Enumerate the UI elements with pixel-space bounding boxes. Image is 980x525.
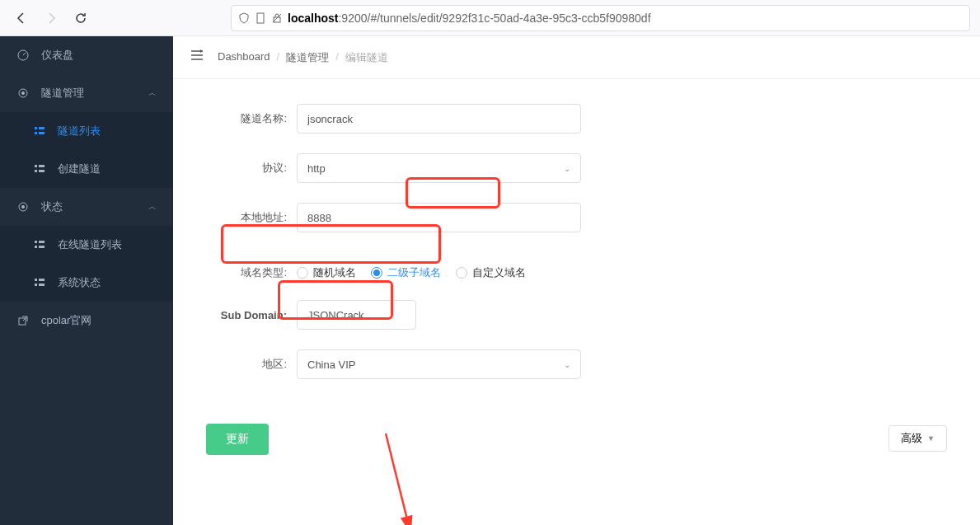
sidebar-item-label: cpolar官网: [41, 313, 91, 328]
tunnel-name-label: 隧道名称:: [190, 111, 297, 126]
region-select[interactable]: China VIP ⌄: [297, 349, 581, 379]
breadcrumb-sep: /: [335, 50, 339, 65]
list-icon: [33, 163, 46, 175]
sidebar: 仪表盘 隧道管理 ︿ 隧道列表 创建隧道 状态 ︿: [0, 36, 173, 525]
advanced-button[interactable]: 高级 ▼: [889, 425, 947, 452]
list-icon: [33, 239, 46, 251]
svg-point-15: [21, 205, 25, 209]
tunnel-name-input[interactable]: [297, 104, 581, 134]
breadcrumb-sep: /: [277, 50, 280, 65]
sidebar-item-label: 在线隧道列表: [58, 237, 122, 252]
svg-rect-6: [35, 127, 37, 129]
subdomain-input[interactable]: [297, 300, 416, 330]
forward-button[interactable]: [40, 7, 63, 30]
sidebar-item-label: 状态: [41, 199, 63, 214]
svg-rect-9: [39, 132, 45, 134]
sidebar-item-dashboard[interactable]: 仪表盘: [0, 36, 173, 74]
menu-toggle-icon[interactable]: [190, 48, 204, 67]
radio-label: 自定义域名: [472, 265, 526, 280]
breadcrumb: Dashboard / 隧道管理 / 编辑隧道: [218, 50, 388, 65]
protocol-select[interactable]: http ⌄: [297, 153, 581, 183]
svg-rect-11: [39, 165, 45, 167]
svg-point-5: [21, 91, 25, 95]
sidebar-item-label: 隧道管理: [41, 86, 84, 101]
url-bar[interactable]: localhost:9200/#/tunnels/edit/9292f31c-5…: [231, 5, 970, 31]
svg-rect-18: [35, 246, 37, 248]
domain-type-label: 域名类型:: [190, 265, 297, 280]
sidebar-item-status[interactable]: 状态 ︿: [0, 188, 173, 226]
back-button[interactable]: [10, 7, 33, 30]
advanced-label: 高级: [901, 431, 922, 446]
radio-random-domain[interactable]: 随机域名: [297, 265, 356, 280]
annotation-arrow: [377, 425, 427, 525]
svg-line-28: [386, 434, 410, 525]
radio-custom-domain[interactable]: 自定义域名: [456, 265, 526, 280]
tunnel-icon: [16, 87, 30, 99]
svg-rect-13: [39, 170, 45, 172]
svg-rect-7: [39, 127, 45, 129]
subdomain-label: Sub Domain:: [190, 309, 297, 321]
chevron-down-icon: ⌄: [564, 360, 570, 369]
svg-rect-17: [39, 241, 45, 243]
breadcrumb-item[interactable]: Dashboard: [218, 50, 270, 65]
list-icon: [33, 277, 46, 288]
radio-subdomain[interactable]: 二级子域名: [371, 265, 441, 280]
url-text: localhost:9200/#/tunnels/edit/9292f31c-5…: [288, 12, 651, 25]
protocol-label: 协议:: [190, 161, 297, 176]
svg-rect-10: [35, 165, 37, 167]
lock-icon: [271, 12, 283, 24]
sidebar-item-create-tunnel[interactable]: 创建隧道: [0, 150, 173, 188]
topbar: Dashboard / 隧道管理 / 编辑隧道: [173, 36, 980, 79]
local-addr-label: 本地地址:: [190, 210, 297, 225]
list-icon: [33, 125, 46, 137]
radio-label: 随机域名: [313, 265, 356, 280]
svg-rect-22: [35, 284, 37, 286]
chevron-down-icon: ⌄: [564, 164, 570, 173]
radio-label: 二级子域名: [387, 265, 441, 280]
svg-rect-16: [35, 241, 37, 243]
breadcrumb-item: 编辑隧道: [345, 50, 388, 65]
sidebar-item-label: 隧道列表: [58, 124, 101, 138]
svg-rect-19: [39, 246, 45, 248]
file-icon: [255, 12, 266, 24]
external-link-icon: [16, 315, 30, 326]
chevron-up-icon: ︿: [148, 201, 157, 213]
sidebar-item-cpolar-site[interactable]: cpolar官网: [0, 302, 173, 340]
region-label: 地区:: [190, 357, 297, 372]
status-icon: [16, 201, 30, 213]
dashboard-icon: [16, 49, 30, 61]
sidebar-item-system-status[interactable]: 系统状态: [0, 264, 173, 302]
sidebar-item-online-tunnels[interactable]: 在线隧道列表: [0, 226, 173, 264]
form-area: 隧道名称: 协议: http ⌄ 本地地址:: [173, 79, 980, 525]
browser-bar: localhost:9200/#/tunnels/edit/9292f31c-5…: [0, 0, 980, 36]
breadcrumb-item[interactable]: 隧道管理: [286, 50, 329, 65]
svg-rect-12: [35, 170, 37, 172]
caret-down-icon: ▼: [927, 434, 935, 443]
sidebar-item-label: 仪表盘: [41, 48, 73, 63]
svg-rect-20: [35, 279, 37, 281]
chevron-up-icon: ︿: [148, 87, 157, 99]
shield-icon: [238, 12, 250, 24]
svg-rect-8: [35, 132, 37, 134]
region-value: China VIP: [307, 359, 356, 371]
content-area: Dashboard / 隧道管理 / 编辑隧道 隧道名称: 协议: http ⌄: [173, 36, 980, 525]
svg-rect-0: [257, 13, 264, 23]
reload-button[interactable]: [69, 7, 92, 30]
sidebar-item-label: 创建隧道: [58, 162, 101, 176]
svg-rect-21: [39, 279, 45, 281]
sidebar-item-tunnel-mgmt[interactable]: 隧道管理 ︿: [0, 74, 173, 112]
local-addr-input[interactable]: [297, 203, 581, 232]
sidebar-item-tunnel-list[interactable]: 隧道列表: [0, 112, 173, 150]
update-button[interactable]: 更新: [206, 424, 269, 455]
protocol-value: http: [307, 162, 326, 175]
sidebar-item-label: 系统状态: [58, 275, 101, 290]
svg-rect-23: [39, 284, 45, 286]
